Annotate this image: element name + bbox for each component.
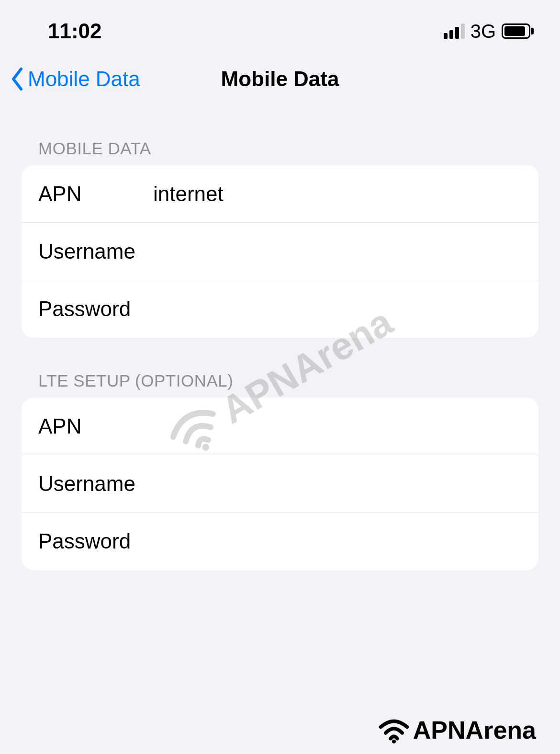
username-input[interactable] — [153, 240, 522, 263]
lte-username-input[interactable] — [153, 472, 522, 496]
row-label-lte-username: Username — [38, 472, 153, 496]
row-username[interactable]: Username — [22, 223, 538, 280]
chevron-left-icon — [10, 67, 24, 91]
row-label-apn: APN — [38, 182, 153, 206]
lte-password-input[interactable] — [153, 529, 522, 553]
nav-bar: Mobile Data Mobile Data — [0, 53, 560, 105]
svg-point-1 — [392, 739, 396, 743]
page-title: Mobile Data — [221, 67, 339, 91]
row-label-lte-apn: APN — [38, 414, 153, 438]
status-time: 11:02 — [48, 19, 102, 43]
apn-input[interactable] — [153, 182, 522, 206]
row-label-password: Password — [38, 297, 153, 321]
watermark-bottom-text: APNArena — [413, 716, 536, 744]
watermark-bottom: APNArena — [377, 716, 536, 744]
row-lte-apn[interactable]: APN — [22, 398, 538, 455]
section-header-mobile-data: MOBILE DATA — [0, 105, 560, 165]
row-lte-password[interactable]: Password — [22, 513, 538, 570]
password-input[interactable] — [153, 297, 522, 321]
battery-icon — [502, 23, 534, 39]
status-right: 3G — [444, 21, 534, 42]
row-apn[interactable]: APN — [22, 165, 538, 223]
wifi-icon — [377, 717, 411, 743]
row-password[interactable]: Password — [22, 280, 538, 338]
settings-group-lte: APN Username Password — [22, 398, 538, 570]
back-button[interactable]: Mobile Data — [10, 67, 140, 91]
status-bar: 11:02 3G — [0, 0, 560, 53]
back-label: Mobile Data — [28, 67, 140, 91]
lte-apn-input[interactable] — [153, 414, 522, 438]
signal-icon — [444, 23, 465, 39]
section-header-lte: LTE SETUP (OPTIONAL) — [0, 338, 560, 398]
settings-group-mobile-data: APN Username Password — [22, 165, 538, 338]
row-label-lte-password: Password — [38, 529, 153, 553]
row-lte-username[interactable]: Username — [22, 455, 538, 513]
row-label-username: Username — [38, 240, 153, 263]
network-type: 3G — [470, 21, 496, 42]
